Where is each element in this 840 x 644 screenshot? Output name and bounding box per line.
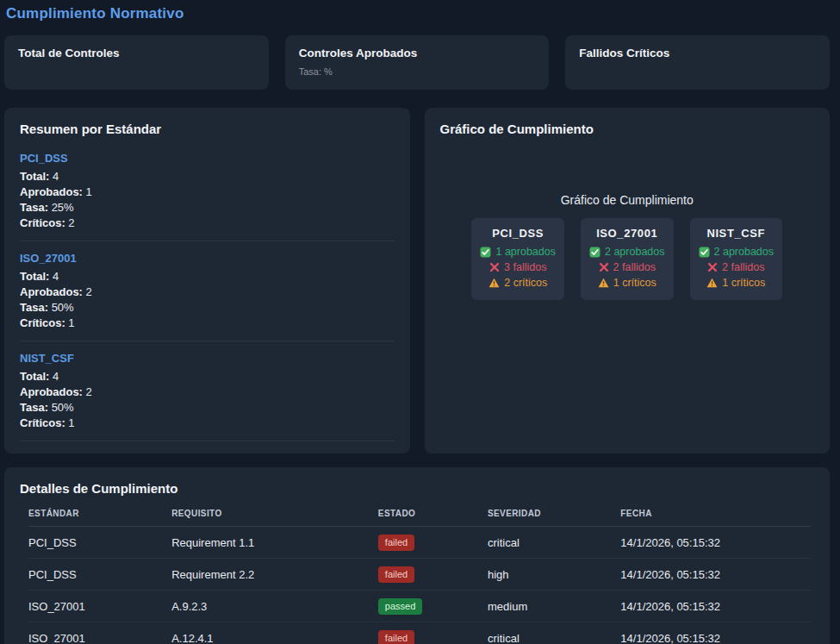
details-heading: Detalles de Cumplimiento [20, 481, 814, 496]
critical-label: Críticos: [20, 416, 65, 429]
standard-approved: Aprobados: 2 [20, 284, 395, 300]
stat-card-subtitle: Tasa: % [299, 66, 536, 77]
cell-standard: PCI_DSS [28, 527, 171, 559]
check-icon [699, 247, 710, 258]
total-value: 4 [53, 270, 59, 283]
critical-line: 1 críticos [699, 275, 775, 291]
status-badge: failed [378, 566, 414, 583]
standard-block-nist-csf: NIST_CSF Total: 4 Aprobados: 2 Tasa: 50%… [20, 350, 395, 441]
approved-text: 1 aprobados [495, 244, 556, 259]
mini-card-title: NIST_CSF [699, 227, 775, 240]
standard-block-pci-dss: PCI_DSS Total: 4 Aprobados: 1 Tasa: 25% … [20, 150, 395, 241]
cell-date: 14/1/2026, 05:15:32 [620, 622, 811, 644]
page-title: Cumplimiento Normativo [6, 5, 830, 22]
critical-value: 2 [68, 216, 74, 229]
chart-inner-title: Gráfico de Cumplimiento [440, 193, 815, 207]
approved-line: 1 aprobados [480, 244, 556, 259]
chart-mini-cards: PCI_DSS 1 aprobados 3 fallidos 2 crítico… [440, 218, 815, 300]
standard-rate: Tasa: 50% [20, 400, 395, 416]
warning-icon [488, 278, 500, 288]
summary-panel: Resumen por Estándar PCI_DSS Total: 4 Ap… [4, 108, 410, 453]
standard-block-iso-27001: ISO_27001 Total: 4 Aprobados: 2 Tasa: 50… [20, 250, 395, 341]
standard-link-pci-dss[interactable]: PCI_DSS [20, 152, 68, 165]
standard-total: Total: 4 [20, 269, 395, 284]
divider [20, 441, 395, 441]
standard-critical: Críticos: 2 [20, 216, 395, 231]
col-header-status: ESTADO [378, 509, 488, 527]
cell-date: 14/1/2026, 05:15:32 [620, 591, 811, 622]
stat-card-title: Fallidos Críticos [579, 47, 816, 59]
cell-requirement: A.12.4.1 [171, 622, 378, 644]
cell-standard: ISO_27001 [28, 622, 171, 644]
total-label: Total: [20, 370, 49, 383]
divider [20, 341, 395, 341]
total-value: 4 [53, 170, 59, 183]
rate-value: 25% [52, 201, 74, 214]
stat-card-total-controls: Total de Controles [4, 35, 269, 90]
approved-line: 2 aprobados [699, 244, 775, 259]
critical-value: 1 [68, 316, 74, 329]
col-header-standard: ESTÁNDAR [28, 509, 171, 527]
warning-icon [598, 278, 609, 288]
critical-value: 1 [68, 416, 74, 429]
status-badge: passed [378, 598, 422, 615]
approved-value: 1 [86, 185, 92, 198]
details-panel: Detalles de Cumplimiento ESTÁNDAR REQUIS… [4, 467, 830, 644]
standard-rate: Tasa: 25% [20, 200, 395, 216]
mini-card-nist-csf: NIST_CSF 2 aprobados 2 fallidos 1 crític… [690, 218, 783, 300]
rate-label: Tasa: [20, 301, 48, 314]
table-header-row: ESTÁNDAR REQUISITO ESTADO SEVERIDAD FECH… [28, 509, 811, 527]
chart-heading: Gráfico de Cumplimiento [440, 122, 815, 136]
cell-date: 14/1/2026, 05:15:32 [620, 559, 811, 591]
cell-severity: critical [488, 622, 620, 644]
approved-value: 2 [86, 285, 92, 298]
status-badge: failed [378, 535, 414, 551]
stat-card-title: Controles Aprobados [299, 47, 536, 59]
cell-standard: ISO_27001 [28, 591, 171, 622]
failed-line: 3 fallidos [480, 259, 556, 275]
table-row: PCI_DSS Requirement 2.2 failed high 14/1… [28, 559, 811, 591]
rate-value: 50% [52, 401, 74, 414]
stats-row: Total de Controles Controles Aprobados T… [4, 35, 830, 90]
critical-text: 1 críticos [613, 275, 656, 291]
cell-requirement: Requirement 1.1 [171, 527, 378, 559]
stat-card-title: Total de Controles [18, 47, 255, 59]
critical-text: 1 críticos [722, 275, 765, 291]
cell-status: failed [378, 559, 488, 591]
approved-text: 2 aprobados [605, 244, 665, 259]
standard-rate: Tasa: 50% [20, 300, 395, 316]
check-icon [589, 247, 600, 258]
critical-line: 2 críticos [480, 275, 556, 291]
cell-date: 14/1/2026, 05:15:32 [620, 527, 811, 559]
total-label: Total: [20, 270, 49, 283]
failed-line: 2 fallidos [589, 259, 665, 275]
rate-label: Tasa: [20, 201, 48, 214]
cell-status: failed [378, 622, 488, 644]
approved-label: Aprobados: [20, 185, 83, 198]
cell-severity: high [488, 559, 620, 591]
approved-value: 2 [86, 385, 92, 398]
cell-standard: PCI_DSS [28, 559, 171, 591]
critical-text: 2 críticos [504, 275, 547, 291]
failed-text: 3 fallidos [504, 259, 546, 275]
compliance-dashboard: Cumplimiento Normativo Total de Controle… [0, 0, 840, 644]
failed-line: 2 fallidos [699, 259, 775, 275]
standard-link-iso-27001[interactable]: ISO_27001 [20, 252, 77, 265]
check-icon [480, 247, 491, 258]
standard-total: Total: 4 [20, 369, 395, 385]
table-row: PCI_DSS Requirement 1.1 failed critical … [28, 527, 811, 559]
chart-area: Gráfico de Cumplimiento PCI_DSS 1 aproba… [440, 193, 815, 300]
cell-requirement: A.9.2.3 [171, 591, 378, 622]
rate-value: 50% [52, 301, 74, 314]
chart-panel: Gráfico de Cumplimiento Gráfico de Cumpl… [425, 108, 831, 453]
critical-label: Críticos: [20, 216, 65, 229]
critical-line: 1 críticos [589, 275, 665, 291]
failed-text: 2 fallidos [613, 259, 656, 275]
cell-severity: medium [488, 591, 620, 622]
critical-label: Críticos: [20, 316, 65, 329]
standard-critical: Críticos: 1 [20, 316, 395, 331]
standard-approved: Aprobados: 1 [20, 184, 395, 200]
status-badge: failed [378, 630, 414, 644]
standard-link-nist-csf[interactable]: NIST_CSF [20, 352, 74, 365]
x-icon [599, 262, 609, 272]
